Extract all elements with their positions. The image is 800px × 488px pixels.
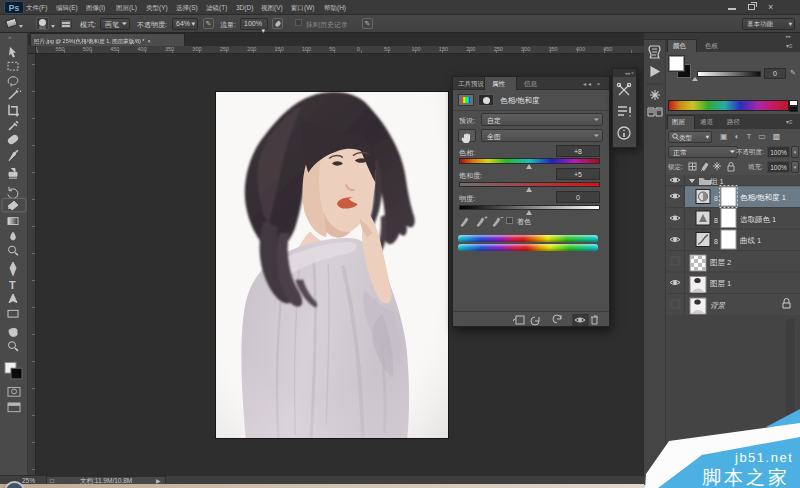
svg-text:选取颜色 1: 选取颜色 1 — [740, 215, 776, 224]
svg-text:8: 8 — [714, 195, 718, 202]
svg-text:背景: 背景 — [710, 301, 727, 310]
svg-text:jb51.net: jb51.net — [734, 450, 793, 465]
svg-text:8: 8 — [714, 217, 718, 224]
svg-text:图层 2: 图层 2 — [710, 258, 731, 267]
svg-text:色相/饱和度 1: 色相/饱和度 1 — [740, 193, 786, 202]
svg-text:脚本之家: 脚本之家 — [702, 467, 790, 488]
svg-text:8: 8 — [714, 238, 718, 245]
svg-text:曲线 1: 曲线 1 — [740, 236, 761, 245]
svg-text:组 1: 组 1 — [710, 177, 724, 186]
svg-text:图层 1: 图层 1 — [710, 279, 731, 288]
svg-text:T: T — [9, 279, 16, 291]
